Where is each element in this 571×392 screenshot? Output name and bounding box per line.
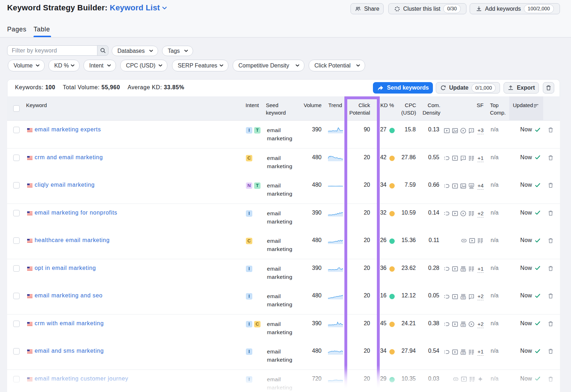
svg-text:AD: AD [462, 352, 465, 354]
svg-text:?: ? [463, 156, 464, 160]
svg-text:AD: AD [462, 324, 465, 326]
svg-text:AD: AD [462, 269, 465, 271]
svg-text:?: ? [471, 129, 473, 132]
svg-text:AD: AD [470, 184, 473, 186]
svg-text:?: ? [471, 295, 473, 298]
svg-text:AD: AD [462, 297, 465, 299]
